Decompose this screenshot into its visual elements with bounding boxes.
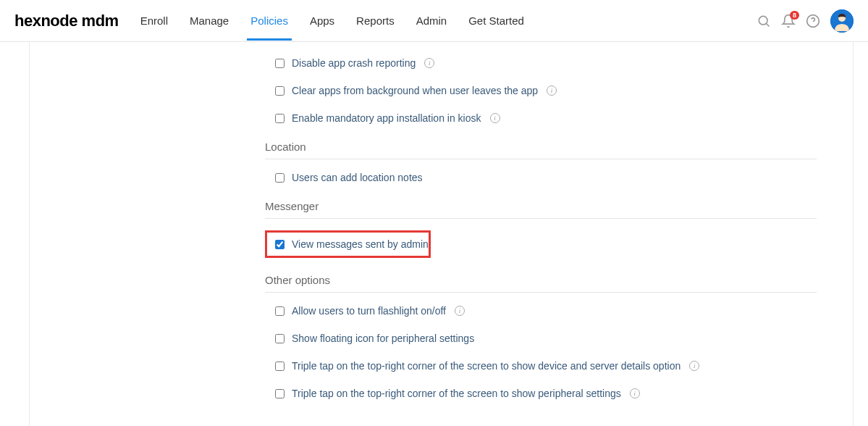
setting-row-clear-apps: Clear apps from background when user lea… [265,77,817,104]
label-view-messages[interactable]: View messages sent by admin [292,238,429,250]
content-panel: Disable app crash reporting i Clear apps… [29,42,854,426]
label-enable-mandatory[interactable]: Enable mandatory app installation in kio… [292,112,481,124]
nav-enroll[interactable]: Enroll [140,1,168,40]
setting-row-triple-tap-peripheral: Triple tap on the top-right corner of th… [265,380,817,407]
setting-row-location-notes: Users can add location notes [265,164,817,191]
checkbox-triple-tap-device[interactable] [275,362,285,371]
notification-icon[interactable]: 8 [781,14,796,28]
checkbox-triple-tap-peripheral[interactable] [275,389,285,398]
notification-badge: 8 [790,11,799,20]
label-triple-tap-device[interactable]: Triple tap on the top-right corner of th… [292,360,681,372]
settings-list: Disable app crash reporting i Clear apps… [30,49,853,407]
main-nav: Enroll Manage Policies Apps Reports Admi… [140,1,757,40]
checkbox-enable-mandatory[interactable] [275,114,285,123]
info-icon[interactable]: i [455,306,465,316]
search-icon[interactable] [757,14,771,28]
logo[interactable]: hexnode mdm [14,12,119,30]
label-flashlight[interactable]: Allow users to turn flashlight on/off [292,305,446,317]
label-location-notes[interactable]: Users can add location notes [292,172,423,183]
setting-row-view-messages: View messages sent by admin [275,238,429,250]
top-header: hexnode mdm Enroll Manage Policies Apps … [0,0,868,42]
nav-reports[interactable]: Reports [356,1,395,40]
label-floating-icon[interactable]: Show floating icon for peripheral settin… [292,333,474,344]
checkbox-location-notes[interactable] [275,173,285,183]
setting-row-disable-crash: Disable app crash reporting i [265,49,817,77]
setting-row-floating-icon: Show floating icon for peripheral settin… [265,325,817,352]
header-right: 8 [757,9,854,33]
nav-policies[interactable]: Policies [250,1,288,40]
section-other-options: Other options [265,265,817,293]
checkbox-flashlight[interactable] [275,306,285,316]
checkbox-view-messages[interactable] [275,240,285,249]
nav-admin[interactable]: Admin [416,1,447,40]
label-clear-apps[interactable]: Clear apps from background when user lea… [292,85,538,96]
avatar[interactable] [830,9,854,33]
content-wrapper: Disable app crash reporting i Clear apps… [0,42,868,426]
nav-apps[interactable]: Apps [310,1,334,40]
checkbox-floating-icon[interactable] [275,334,285,343]
info-icon[interactable]: i [630,388,640,398]
info-icon[interactable]: i [490,113,500,123]
setting-row-flashlight: Allow users to turn flashlight on/off i [265,297,817,325]
section-location: Location [265,132,817,159]
setting-row-triple-tap-device: Triple tap on the top-right corner of th… [265,352,817,380]
info-icon[interactable]: i [547,85,557,96]
nav-manage[interactable]: Manage [190,1,229,40]
info-icon[interactable]: i [424,58,434,68]
info-icon[interactable]: i [689,361,699,371]
highlighted-row: View messages sent by admin [265,230,431,258]
svg-line-1 [767,23,770,26]
label-triple-tap-peripheral[interactable]: Triple tap on the top-right corner of th… [292,388,621,399]
nav-get-started[interactable]: Get Started [468,1,524,40]
checkbox-clear-apps[interactable] [275,86,285,96]
setting-row-enable-mandatory: Enable mandatory app installation in kio… [265,104,817,132]
svg-point-0 [759,16,767,25]
help-icon[interactable] [806,14,820,28]
checkbox-disable-crash[interactable] [275,59,285,68]
section-messenger: Messenger [265,191,817,219]
label-disable-crash[interactable]: Disable app crash reporting [292,57,416,69]
